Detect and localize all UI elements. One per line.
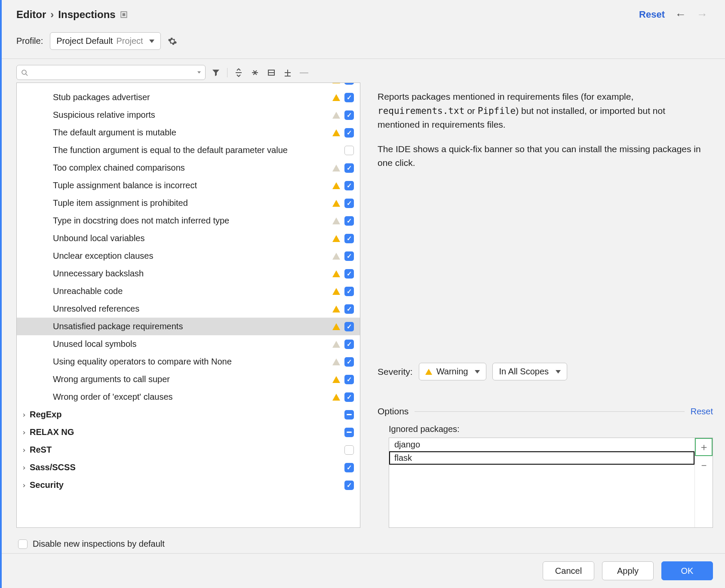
ok-button[interactable]: OK — [661, 561, 713, 580]
detach-icon[interactable] — [120, 11, 128, 18]
inspection-label: Statement has no effect — [53, 83, 330, 85]
inspection-item[interactable]: Suspicious relative imports — [17, 106, 360, 124]
inspection-checkbox[interactable] — [344, 269, 354, 279]
inspection-item[interactable]: Statement has no effect — [17, 83, 360, 89]
inspection-item[interactable]: Unnecessary backslash — [17, 265, 360, 282]
search-history-icon[interactable] — [197, 71, 201, 74]
disable-new-checkbox[interactable] — [18, 539, 28, 549]
inspection-checkbox[interactable] — [344, 83, 354, 85]
back-arrow-icon[interactable]: ← — [675, 8, 686, 21]
inspection-item[interactable]: Type in docstring does not match inferre… — [17, 212, 360, 230]
inspection-label: Suspicious relative imports — [53, 110, 330, 120]
inspection-checkbox[interactable] — [344, 146, 354, 155]
separator — [227, 68, 227, 77]
inspection-label: Too complex chained comparisons — [53, 163, 330, 173]
add-icon[interactable] — [282, 67, 294, 79]
apply-button[interactable]: Apply — [602, 561, 654, 580]
inspection-group[interactable]: ›Security — [17, 476, 360, 494]
inspection-item[interactable]: Unresolved references — [17, 300, 360, 318]
inspection-checkbox[interactable] — [344, 128, 354, 138]
inspection-checkbox[interactable] — [344, 251, 354, 261]
cancel-button[interactable]: Cancel — [543, 561, 594, 580]
collapse-all-icon[interactable] — [249, 67, 261, 79]
severity-select[interactable]: Warning — [419, 363, 487, 380]
inspection-checkbox[interactable] — [344, 340, 354, 349]
inspection-checkbox[interactable] — [344, 110, 354, 120]
inspection-item[interactable]: Too complex chained comparisons — [17, 159, 360, 177]
inspection-label: Using equality operators to compare with… — [53, 357, 330, 367]
search-input[interactable] — [16, 65, 206, 80]
filter-icon[interactable] — [210, 67, 222, 79]
expand-chevron-icon[interactable]: › — [18, 410, 30, 419]
inspection-checkbox[interactable] — [344, 322, 354, 331]
separator — [415, 411, 684, 412]
inspection-item[interactable]: Using equality operators to compare with… — [17, 353, 360, 371]
inspection-label: RegExp — [30, 410, 330, 420]
inspection-checkbox[interactable] — [344, 216, 354, 226]
inspection-label: Wrong order of 'except' clauses — [53, 392, 330, 402]
inspection-label: Stub packages advertiser — [53, 92, 330, 102]
options-reset-link[interactable]: Reset — [691, 407, 713, 416]
inspection-checkbox[interactable] — [344, 481, 354, 490]
inspection-label: The function argument is equal to the de… — [53, 145, 330, 155]
inspection-checkbox[interactable] — [344, 445, 354, 455]
inspection-checkbox[interactable] — [344, 463, 354, 472]
inspection-checkbox[interactable] — [344, 234, 354, 243]
inspection-item[interactable]: Unclear exception clauses — [17, 247, 360, 265]
expand-chevron-icon[interactable]: › — [18, 481, 30, 490]
weak-warning-icon — [330, 253, 343, 260]
inspection-item[interactable]: Tuple item assignment is prohibited — [17, 194, 360, 212]
profile-name: Project Default — [56, 36, 113, 46]
ignored-packages-list[interactable]: django flask — [389, 438, 694, 527]
inspection-item[interactable]: The default argument is mutable — [17, 124, 360, 141]
profile-select[interactable]: Project Default Project — [50, 32, 160, 50]
inspection-checkbox[interactable] — [344, 287, 354, 296]
inspection-label: Unreachable code — [53, 286, 330, 296]
svg-point-2 — [22, 70, 26, 74]
inspection-item[interactable]: Tuple assignment balance is incorrect — [17, 177, 360, 194]
ignored-package-item[interactable]: django — [389, 438, 694, 451]
gear-icon[interactable] — [168, 37, 177, 46]
inspection-checkbox[interactable] — [344, 428, 354, 437]
ignored-package-item-editing[interactable]: flask — [389, 451, 694, 465]
inspection-item[interactable]: Unreachable code — [17, 282, 360, 300]
inspection-item[interactable]: Wrong order of 'except' clauses — [17, 388, 360, 406]
inspection-checkbox[interactable] — [344, 392, 354, 402]
inspection-checkbox[interactable] — [344, 181, 354, 190]
scope-select[interactable]: In All Scopes — [492, 363, 567, 380]
inspection-item[interactable]: Unused local symbols — [17, 335, 360, 353]
reset-defaults-icon[interactable] — [265, 67, 277, 79]
inspection-group[interactable]: ›RELAX NG — [17, 423, 360, 441]
inspection-item[interactable]: Stub packages advertiser — [17, 89, 360, 106]
inspection-group[interactable]: ›ReST — [17, 441, 360, 459]
warning-icon — [330, 200, 343, 207]
breadcrumb-parent[interactable]: Editor — [16, 9, 46, 21]
svg-line-3 — [26, 74, 28, 76]
inspection-item[interactable]: Unbound local variables — [17, 230, 360, 247]
inspection-checkbox[interactable] — [344, 163, 354, 173]
inspection-label: Tuple assignment balance is incorrect — [53, 181, 330, 190]
inspection-checkbox[interactable] — [344, 304, 354, 314]
reset-link[interactable]: Reset — [639, 9, 665, 20]
expand-chevron-icon[interactable]: › — [18, 428, 30, 437]
remove-ignored-button[interactable]: － — [695, 456, 713, 474]
expand-all-icon[interactable] — [233, 67, 245, 79]
inspection-label: Unsatisfied package requirements — [53, 322, 330, 331]
expand-chevron-icon[interactable]: › — [18, 445, 30, 454]
remove-icon[interactable]: — — [298, 67, 310, 79]
inspection-item[interactable]: Unsatisfied package requirements — [17, 318, 360, 335]
inspection-checkbox[interactable] — [344, 93, 354, 102]
inspection-label: Sass/SCSS — [30, 462, 330, 472]
inspection-checkbox[interactable] — [344, 375, 354, 384]
inspection-group[interactable]: ›RegExp — [17, 406, 360, 423]
expand-chevron-icon[interactable]: › — [18, 463, 30, 472]
inspection-checkbox[interactable] — [344, 410, 354, 420]
inspection-checkbox[interactable] — [344, 199, 354, 208]
add-ignored-button[interactable]: ＋ — [695, 438, 713, 456]
inspection-group[interactable]: ›Sass/SCSS — [17, 459, 360, 476]
inspection-checkbox[interactable] — [344, 357, 354, 367]
inspection-item[interactable]: Wrong arguments to call super — [17, 371, 360, 388]
inspection-tree[interactable]: Statement has no effectStub packages adv… — [16, 83, 360, 528]
search-field[interactable] — [31, 68, 194, 77]
inspection-item[interactable]: The function argument is equal to the de… — [17, 141, 360, 159]
